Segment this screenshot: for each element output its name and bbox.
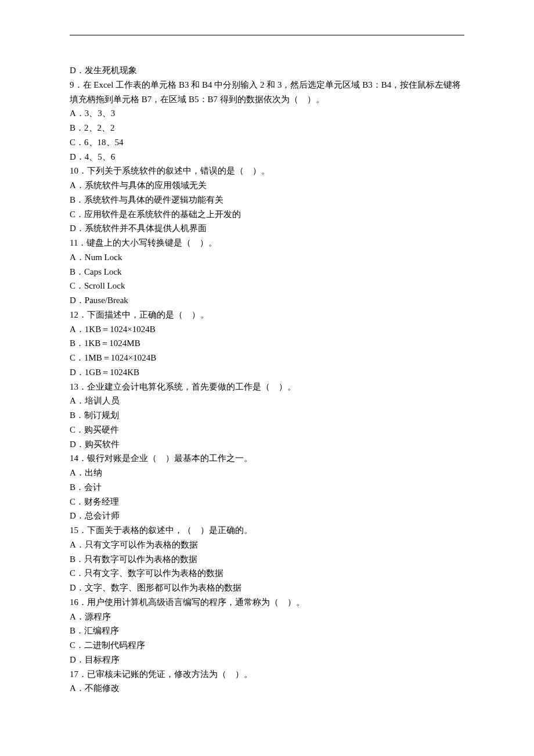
document-page: D．发生死机现象 9．在 Excel 工作表的单元格 B3 和 B4 中分别输入… <box>0 0 534 756</box>
option-text: C．财务经理 <box>70 495 464 509</box>
option-text: D．4、5、6 <box>70 150 464 164</box>
option-text: D．购买软件 <box>70 437 464 452</box>
option-text: C．1MB＝1024×1024B <box>70 351 464 365</box>
option-text: D．Pause/Break <box>70 293 464 308</box>
option-text: B．会计 <box>70 480 464 495</box>
option-text: D．目标程序 <box>70 653 464 667</box>
question-text: 12．下面描述中，正确的是（ ）。 <box>70 308 464 322</box>
option-text: D．发生死机现象 <box>70 63 464 78</box>
question-text: 16．用户使用计算机高级语言编写的程序，通常称为（ ）。 <box>70 595 464 610</box>
question-text: 11．键盘上的大小写转换键是（ ）。 <box>70 236 464 250</box>
top-horizontal-rule <box>70 35 464 35</box>
option-text: A．源程序 <box>70 610 464 624</box>
option-text: D．1GB＝1024KB <box>70 365 464 380</box>
option-text: C．二进制代码程序 <box>70 638 464 653</box>
option-text: B．只有数字可以作为表格的数据 <box>70 552 464 567</box>
option-text: B．系统软件与具体的硬件逻辑功能有关 <box>70 193 464 207</box>
option-text: D．文字、数字、图形都可以作为表格的数据 <box>70 581 464 595</box>
option-text: B．2、2、2 <box>70 121 464 135</box>
option-text: A．培训人员 <box>70 394 464 408</box>
option-text: D．总会计师 <box>70 509 464 523</box>
option-text: B．汇编程序 <box>70 624 464 638</box>
question-text: 10．下列关于系统软件的叙述中，错误的是（ ）。 <box>70 164 464 178</box>
option-text: C．只有文字、数字可以作为表格的数据 <box>70 566 464 581</box>
option-text: C．购买硬件 <box>70 423 464 437</box>
option-text: A．Num Lock <box>70 250 464 265</box>
option-text: C．Scroll Lock <box>70 279 464 293</box>
option-text: B．1KB＝1024MB <box>70 336 464 351</box>
option-text: C．应用软件是在系统软件的基础之上开发的 <box>70 207 464 222</box>
option-text: A．系统软件与具体的应用领域无关 <box>70 178 464 193</box>
option-text: B．Caps Lock <box>70 265 464 279</box>
question-text: 14．银行对账是企业（ ）最基本的工作之一。 <box>70 451 464 466</box>
option-text: A．只有文字可以作为表格的数据 <box>70 538 464 552</box>
option-text: A．1KB＝1024×1024B <box>70 322 464 337</box>
question-text: 13．企业建立会计电算化系统，首先要做的工作是（ ）。 <box>70 380 464 394</box>
option-text: D．系统软件并不具体提供人机界面 <box>70 221 464 236</box>
question-text: 15．下面关于表格的叙述中，（ ）是正确的。 <box>70 523 464 538</box>
option-text: A．出纳 <box>70 466 464 480</box>
option-text: A．3、3、3 <box>70 106 464 121</box>
option-text: B．制订规划 <box>70 408 464 423</box>
question-text: 17．已审核未记账的凭证，修改方法为（ ）。 <box>70 667 464 682</box>
option-text: A．不能修改 <box>70 681 464 696</box>
question-text: 9．在 Excel 工作表的单元格 B3 和 B4 中分别输入 2 和 3，然后… <box>70 78 464 107</box>
option-text: C．6、18、54 <box>70 135 464 150</box>
